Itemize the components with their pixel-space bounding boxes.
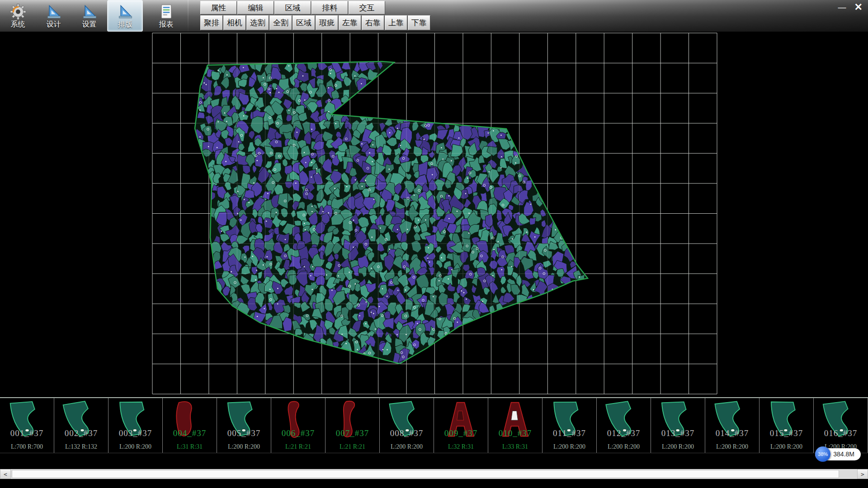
menu-tab-region[interactable]: 区域 xyxy=(274,1,311,14)
piece-lr-count: L:200 R:200 xyxy=(542,443,596,450)
piece-thumbnail-strip: 001_#37 L:700 R:700 002_#37 L:132 R:132 … xyxy=(0,397,868,453)
main-toolbar-label: 设计 xyxy=(47,20,61,28)
piece-lr-count: L:32 R:31 xyxy=(434,443,488,450)
tool-button-align-left[interactable]: 左靠 xyxy=(339,15,361,30)
scroll-right-arrow[interactable]: > xyxy=(857,469,868,479)
nesting-canvas[interactable] xyxy=(0,32,868,397)
piece-thumbnail-006_#37[interactable]: 006_#37 L:21 R:21 xyxy=(271,398,326,453)
piece-shape-preview xyxy=(490,399,541,442)
piece-shape-preview xyxy=(599,399,649,442)
piece-lr-count: L:132 R:132 xyxy=(54,443,108,450)
minimize-button[interactable]: — xyxy=(838,3,846,11)
piece-thumbnail-007_#37[interactable]: 007_#37 L:21 R:21 xyxy=(326,398,380,453)
horizontal-scrollbar[interactable]: < > xyxy=(0,469,868,479)
piece-shape-preview xyxy=(544,399,595,442)
report-icon xyxy=(158,4,175,20)
main-toolbar-label: 设置 xyxy=(82,20,97,28)
memory-badge: 38% 384.8M xyxy=(815,446,861,462)
piece-shape-preview xyxy=(110,399,161,442)
piece-shape-preview xyxy=(653,399,703,442)
top-toolbar: 系统 设计 设置 排版 报表 属性编辑区域排料交互 聚排相机选割全割区域瑕疵左靠… xyxy=(0,0,868,32)
gear-icon xyxy=(10,4,26,20)
tool-button-cluster-nest[interactable]: 聚排 xyxy=(200,15,223,30)
tool-button-row: 聚排相机选割全割区域瑕疵左靠右靠上靠下靠 xyxy=(200,14,430,30)
piece-shape-preview xyxy=(56,399,107,442)
tool-button-camera[interactable]: 相机 xyxy=(223,15,246,30)
tool-button-region[interactable]: 区域 xyxy=(292,15,315,30)
scroll-left-arrow[interactable]: < xyxy=(0,469,11,479)
main-toolbar-label: 排版 xyxy=(118,20,132,28)
main-toolbar-design[interactable]: 设计 xyxy=(36,0,71,32)
piece-shape-preview xyxy=(219,399,269,442)
status-row: 38% 384.8M xyxy=(0,453,868,469)
piece-thumbnail-005_#37[interactable]: 005_#37 L:200 R:200 xyxy=(217,398,271,453)
main-toolbar-layout[interactable]: 排版 xyxy=(107,0,143,32)
piece-lr-count: L:200 R:200 xyxy=(651,443,705,450)
piece-lr-count: L:33 R:31 xyxy=(488,443,542,450)
set-square-icon xyxy=(46,4,62,20)
piece-shape-preview xyxy=(707,399,758,442)
piece-shape-preview xyxy=(273,399,324,442)
piece-thumbnail-013_#37[interactable]: 013_#37 L:200 R:200 xyxy=(651,398,705,453)
tool-button-align-top[interactable]: 上靠 xyxy=(385,15,407,30)
piece-shape-preview xyxy=(761,399,812,442)
window-controls: — ✕ xyxy=(838,2,863,12)
main-toolbar-system[interactable]: 系统 xyxy=(0,0,36,32)
tool-button-align-right[interactable]: 右靠 xyxy=(362,15,384,30)
tool-button-align-bottom[interactable]: 下靠 xyxy=(408,15,430,30)
close-button[interactable]: ✕ xyxy=(854,2,863,12)
piece-lr-count: L:21 R:21 xyxy=(271,443,325,450)
memory-value: 384.8M xyxy=(833,450,854,458)
menu-area: 属性编辑区域排料交互 聚排相机选割全割区域瑕疵左靠右靠上靠下靠 xyxy=(200,0,430,30)
piece-thumbnail-001_#37[interactable]: 001_#37 L:700 R:700 xyxy=(0,398,54,453)
main-toolbar-label: 系统 xyxy=(11,20,25,28)
scrollbar-track[interactable] xyxy=(11,469,857,479)
toolbar-divider xyxy=(188,0,189,32)
piece-thumbnail-009_#37[interactable]: 009_#37 L:32 R:31 xyxy=(434,398,488,453)
piece-thumbnail-008_#37[interactable]: 008_#37 L:200 R:200 xyxy=(380,398,434,453)
set-square-icon xyxy=(81,4,98,20)
piece-lr-count: L:200 R:200 xyxy=(380,443,434,450)
tool-button-defect[interactable]: 瑕疵 xyxy=(316,15,338,30)
piece-thumbnail-011_#37[interactable]: 011_#37 L:200 R:200 xyxy=(542,398,597,453)
nesting-canvas-svg xyxy=(0,32,868,397)
progress-percent: 38% xyxy=(818,451,828,457)
piece-thumbnail-015_#37[interactable]: 015_#37 L:200 R:200 xyxy=(760,398,814,453)
piece-lr-count: L:200 R:200 xyxy=(705,443,759,450)
piece-thumbnail-014_#37[interactable]: 014_#37 L:200 R:200 xyxy=(705,398,760,453)
piece-shape-preview xyxy=(2,399,52,442)
main-toolbar-settings[interactable]: 设置 xyxy=(71,0,107,32)
menu-tab-edit[interactable]: 编辑 xyxy=(237,1,274,14)
menu-tab-row: 属性编辑区域排料交互 xyxy=(200,1,430,14)
menu-tab-interact[interactable]: 交互 xyxy=(349,1,385,14)
piece-shape-preview xyxy=(165,399,215,442)
app-window: 系统 设计 设置 排版 报表 属性编辑区域排料交互 聚排相机选割全割区域瑕疵左靠… xyxy=(0,0,868,488)
main-toolbar-label: 报表 xyxy=(159,20,174,28)
main-toolbar-report[interactable]: 报表 xyxy=(148,0,184,32)
piece-lr-count: L:200 R:200 xyxy=(217,443,271,450)
tool-button-cut-all[interactable]: 全割 xyxy=(269,15,292,30)
piece-lr-count: L:21 R:21 xyxy=(326,443,379,450)
main-toolbar: 系统 设计 设置 排版 报表 xyxy=(0,0,184,32)
piece-thumbnail-010_#37[interactable]: 010_#37 L:33 R:31 xyxy=(488,398,542,453)
scrollbar-thumb[interactable] xyxy=(12,470,839,478)
piece-thumbnail-016_#37[interactable]: 016_#37 L:200 R:200 xyxy=(814,398,868,453)
piece-shape-preview xyxy=(382,399,432,442)
piece-shape-preview xyxy=(327,399,378,442)
menu-tab-properties[interactable]: 属性 xyxy=(200,1,237,14)
piece-shape-preview xyxy=(816,399,866,442)
piece-thumbnail-004_#37[interactable]: 004_#37 L:31 R:31 xyxy=(163,398,217,453)
piece-thumbnail-012_#37[interactable]: 012_#37 L:200 R:200 xyxy=(597,398,651,453)
piece-lr-count: L:700 R:700 xyxy=(0,443,54,450)
piece-lr-count: L:31 R:31 xyxy=(163,443,217,450)
menu-tab-nesting[interactable]: 排料 xyxy=(311,1,348,14)
piece-lr-count: L:200 R:200 xyxy=(108,443,162,450)
piece-shape-preview xyxy=(436,399,486,442)
piece-thumbnail-003_#37[interactable]: 003_#37 L:200 R:200 xyxy=(108,398,163,453)
piece-lr-count: L:200 R:200 xyxy=(597,443,651,450)
set-square-icon xyxy=(117,4,133,20)
piece-thumbnail-002_#37[interactable]: 002_#37 L:132 R:132 xyxy=(54,398,108,453)
tool-button-select-cut[interactable]: 选割 xyxy=(246,15,269,30)
piece-lr-count: L:200 R:200 xyxy=(760,443,813,450)
